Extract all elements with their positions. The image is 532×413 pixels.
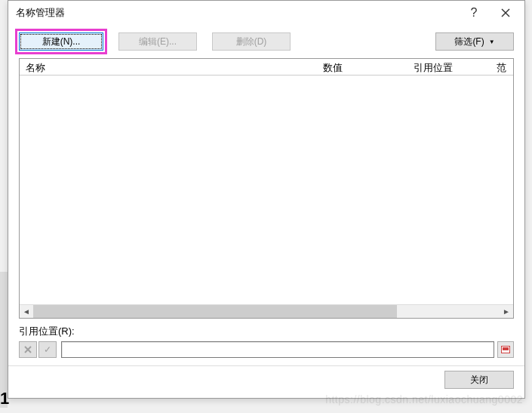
help-button[interactable]: ?: [458, 2, 490, 23]
reference-row: ✓: [19, 341, 514, 358]
titlebar: 名称管理器 ?: [8, 1, 524, 25]
column-value[interactable]: 数值: [317, 59, 407, 75]
filter-button[interactable]: 筛选(F) ▼: [435, 32, 514, 51]
new-button[interactable]: 新建(N)...: [19, 32, 103, 51]
watermark: https://blog.csdn.net/luxiaochuang0002: [325, 393, 523, 405]
delete-button[interactable]: 删除(D): [212, 32, 291, 51]
column-ref[interactable]: 引用位置: [407, 59, 490, 75]
scroll-thumb[interactable]: [33, 305, 397, 318]
collapse-dialog-button[interactable]: [497, 341, 514, 358]
dialog-title: 名称管理器: [16, 6, 458, 20]
new-button-highlight: 新建(N)...: [15, 29, 107, 54]
close-icon: [501, 8, 510, 17]
names-list: 名称 数值 引用位置 范围 ◄ ►: [19, 58, 514, 319]
reference-input[interactable]: [61, 341, 494, 358]
scroll-right-icon[interactable]: ►: [500, 305, 513, 318]
cancel-ref-button[interactable]: [19, 341, 37, 358]
x-icon: [24, 346, 32, 353]
reference-label: 引用位置(R):: [19, 325, 514, 338]
close-button[interactable]: 关闭: [444, 371, 514, 389]
filter-label: 筛选(F): [454, 35, 484, 48]
name-manager-dialog: 名称管理器 ? 新建(N)... 编辑(E)... 删除(D) 筛选(F) ▼ …: [8, 0, 525, 399]
horizontal-scrollbar[interactable]: ◄ ►: [20, 304, 513, 318]
confirm-ref-button[interactable]: ✓: [38, 341, 57, 358]
column-scope[interactable]: 范围: [490, 59, 513, 75]
column-name[interactable]: 名称: [20, 59, 317, 75]
list-body[interactable]: [20, 76, 513, 304]
collapse-icon: [501, 346, 510, 353]
scroll-left-icon[interactable]: ◄: [20, 305, 33, 318]
chevron-down-icon: ▼: [489, 39, 495, 45]
background-fragment: [0, 272, 8, 408]
list-header: 名称 数值 引用位置 范围: [20, 59, 513, 76]
close-window-button[interactable]: [490, 2, 521, 23]
check-icon: ✓: [44, 344, 51, 355]
toolbar: 新建(N)... 编辑(E)... 删除(D) 筛选(F) ▼: [8, 25, 524, 57]
edit-button[interactable]: 编辑(E)...: [118, 32, 197, 51]
reference-section: 引用位置(R): ✓: [8, 319, 524, 362]
scroll-track[interactable]: [33, 305, 500, 318]
